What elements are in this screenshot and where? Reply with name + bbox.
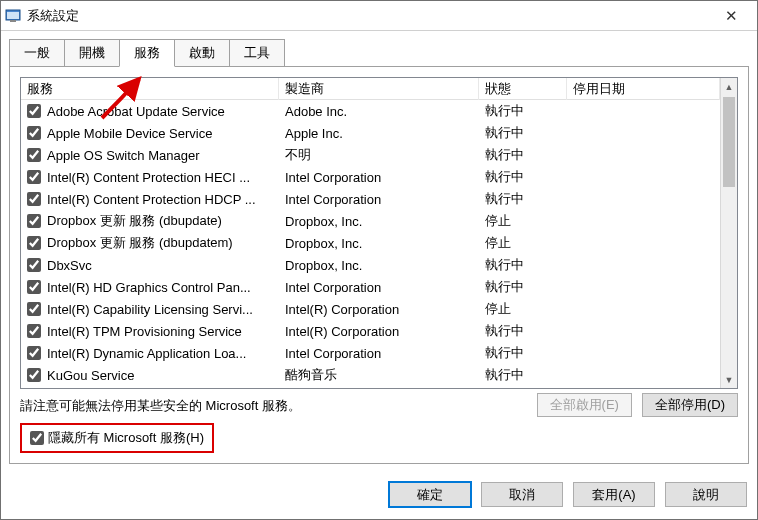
service-status: 停止 xyxy=(479,234,567,252)
service-manufacturer: 不明 xyxy=(279,146,479,164)
service-checkbox[interactable] xyxy=(27,148,41,162)
scroll-down-button[interactable]: ▼ xyxy=(721,371,737,388)
service-checkbox[interactable] xyxy=(27,236,41,250)
app-icon xyxy=(5,8,21,24)
service-name: Adobe Acrobat Update Service xyxy=(47,104,225,119)
service-checkbox[interactable] xyxy=(27,104,41,118)
service-checkbox[interactable] xyxy=(27,126,41,140)
service-name: Intel(R) Dynamic Application Loa... xyxy=(47,346,246,361)
service-status: 執行中 xyxy=(479,278,567,296)
service-manufacturer: 酷狗音乐 xyxy=(279,366,479,384)
hide-ms-label: 隱藏所有 Microsoft 服務(H) xyxy=(48,429,204,447)
service-manufacturer: Intel Corporation xyxy=(279,280,479,295)
close-icon: ✕ xyxy=(725,7,738,25)
svg-rect-1 xyxy=(7,12,19,19)
column-headers: 服務 製造商 狀態 停用日期 xyxy=(21,78,720,100)
table-row[interactable]: Apple OS Switch Manager不明執行中 xyxy=(21,144,720,166)
service-checkbox[interactable] xyxy=(27,192,41,206)
apply-button[interactable]: 套用(A) xyxy=(573,482,655,507)
service-checkbox[interactable] xyxy=(27,368,41,382)
service-status: 停止 xyxy=(479,300,567,318)
service-manufacturer: Dropbox, Inc. xyxy=(279,214,479,229)
hide-ms-checkbox-wrap[interactable]: 隱藏所有 Microsoft 服務(H) xyxy=(20,423,214,453)
service-checkbox[interactable] xyxy=(27,258,41,272)
scroll-thumb[interactable] xyxy=(723,97,735,187)
service-checkbox[interactable] xyxy=(27,346,41,360)
tab-tools[interactable]: 工具 xyxy=(229,39,285,67)
scroll-up-button[interactable]: ▲ xyxy=(721,78,737,95)
table-row[interactable]: Adobe Acrobat Update ServiceAdobe Inc.執行… xyxy=(21,100,720,122)
service-status: 執行中 xyxy=(479,102,567,120)
service-checkbox[interactable] xyxy=(27,214,41,228)
service-manufacturer: Intel(R) Corporation xyxy=(279,302,479,317)
tab-services[interactable]: 服務 xyxy=(119,39,175,67)
ok-button[interactable]: 確定 xyxy=(389,482,471,507)
service-status: 執行中 xyxy=(479,146,567,164)
header-status[interactable]: 狀態 xyxy=(479,78,567,100)
service-name: DbxSvc xyxy=(47,258,92,273)
tab-boot[interactable]: 開機 xyxy=(64,39,120,67)
service-name: Dropbox 更新 服務 (dbupdatem) xyxy=(47,234,233,252)
service-status: 執行中 xyxy=(479,190,567,208)
service-manufacturer: Intel(R) Corporation xyxy=(279,324,479,339)
table-row[interactable]: Apple Mobile Device ServiceApple Inc.執行中 xyxy=(21,122,720,144)
service-manufacturer: Intel Corporation xyxy=(279,346,479,361)
service-name: Apple OS Switch Manager xyxy=(47,148,199,163)
help-button[interactable]: 說明 xyxy=(665,482,747,507)
header-service[interactable]: 服務 xyxy=(21,78,279,100)
dialog-footer: 確定 取消 套用(A) 說明 xyxy=(1,472,757,519)
table-row[interactable]: DbxSvcDropbox, Inc.執行中 xyxy=(21,254,720,276)
service-name: Intel(R) HD Graphics Control Pan... xyxy=(47,280,251,295)
service-name: Intel(R) Content Protection HDCP ... xyxy=(47,192,256,207)
scroll-track[interactable] xyxy=(721,95,737,371)
services-panel: 服務 製造商 狀態 停用日期 Adobe Acrobat Update Serv… xyxy=(9,66,749,464)
table-row[interactable]: Intel(R) Content Protection HECI ...Inte… xyxy=(21,166,720,188)
service-checkbox[interactable] xyxy=(27,280,41,294)
service-manufacturer: Dropbox, Inc. xyxy=(279,258,479,273)
tab-startup[interactable]: 啟動 xyxy=(174,39,230,67)
service-manufacturer: Apple Inc. xyxy=(279,126,479,141)
svg-rect-2 xyxy=(10,20,16,22)
tab-strip: 一般 開機 服務 啟動 工具 xyxy=(9,39,749,67)
table-row[interactable]: Intel(R) Capability Licensing Servi...In… xyxy=(21,298,720,320)
service-name: KuGou Service xyxy=(47,368,134,383)
service-status: 執行中 xyxy=(479,256,567,274)
table-row[interactable]: Intel(R) Dynamic Application Loa...Intel… xyxy=(21,342,720,364)
window-title: 系統設定 xyxy=(27,7,709,25)
close-button[interactable]: ✕ xyxy=(709,2,753,30)
service-status: 執行中 xyxy=(479,124,567,142)
hide-ms-checkbox[interactable] xyxy=(30,431,44,445)
service-manufacturer: Adobe Inc. xyxy=(279,104,479,119)
service-status: 停止 xyxy=(479,212,567,230)
service-checkbox[interactable] xyxy=(27,170,41,184)
service-status: 執行中 xyxy=(479,366,567,384)
cancel-button[interactable]: 取消 xyxy=(481,482,563,507)
service-name: Dropbox 更新 服務 (dbupdate) xyxy=(47,212,222,230)
services-rows: Adobe Acrobat Update ServiceAdobe Inc.執行… xyxy=(21,100,720,386)
table-row[interactable]: Dropbox 更新 服務 (dbupdate)Dropbox, Inc.停止 xyxy=(21,210,720,232)
service-status: 執行中 xyxy=(479,322,567,340)
tab-general[interactable]: 一般 xyxy=(9,39,65,67)
titlebar: 系統設定 ✕ xyxy=(1,1,757,31)
service-manufacturer: Intel Corporation xyxy=(279,192,479,207)
header-manufacturer[interactable]: 製造商 xyxy=(279,78,479,100)
service-name: Intel(R) TPM Provisioning Service xyxy=(47,324,242,339)
table-row[interactable]: Intel(R) TPM Provisioning ServiceIntel(R… xyxy=(21,320,720,342)
table-row[interactable]: Intel(R) Content Protection HDCP ...Inte… xyxy=(21,188,720,210)
service-manufacturer: Dropbox, Inc. xyxy=(279,236,479,251)
service-manufacturer: Intel Corporation xyxy=(279,170,479,185)
service-checkbox[interactable] xyxy=(27,302,41,316)
table-row[interactable]: KuGou Service酷狗音乐執行中 xyxy=(21,364,720,386)
vertical-scrollbar[interactable]: ▲ ▼ xyxy=(720,78,737,388)
service-name: Intel(R) Content Protection HECI ... xyxy=(47,170,250,185)
disable-all-button[interactable]: 全部停用(D) xyxy=(642,393,738,417)
service-name: Apple Mobile Device Service xyxy=(47,126,212,141)
service-checkbox[interactable] xyxy=(27,324,41,338)
header-disable-date[interactable]: 停用日期 xyxy=(567,78,720,100)
service-name: Intel(R) Capability Licensing Servi... xyxy=(47,302,253,317)
services-list: 服務 製造商 狀態 停用日期 Adobe Acrobat Update Serv… xyxy=(20,77,738,389)
table-row[interactable]: Intel(R) HD Graphics Control Pan...Intel… xyxy=(21,276,720,298)
table-row[interactable]: Dropbox 更新 服務 (dbupdatem)Dropbox, Inc.停止 xyxy=(21,232,720,254)
enable-all-button: 全部啟用(E) xyxy=(537,393,632,417)
service-status: 執行中 xyxy=(479,168,567,186)
